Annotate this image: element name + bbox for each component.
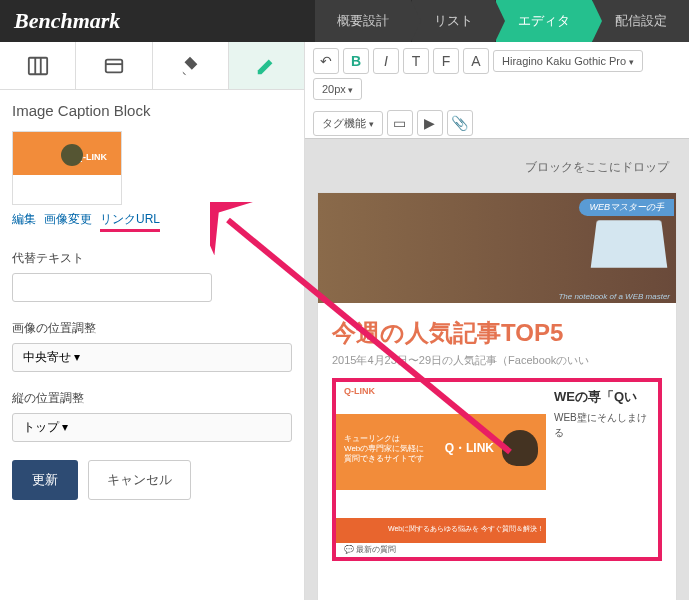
person-icon <box>502 430 538 466</box>
attach-button[interactable]: 📎 <box>447 110 473 136</box>
article-date: 2015年4月23日〜29日の人気記事（Facebookのいい <box>332 353 662 368</box>
style-icon <box>102 55 126 77</box>
tab-color[interactable] <box>153 42 229 89</box>
bold-button[interactable]: B <box>343 48 369 74</box>
article-title: 今週の人気記事TOP5 <box>332 317 662 349</box>
layout-icon <box>26 55 50 77</box>
valign-select[interactable]: トップ ▾ <box>12 413 292 442</box>
nav-step-overview[interactable]: 概要設計 <box>314 0 411 42</box>
book-icon <box>591 220 668 267</box>
undo-button[interactable]: ↶ <box>313 48 339 74</box>
svg-rect-0 <box>28 57 46 74</box>
nav-step-delivery[interactable]: 配信設定 <box>592 0 689 42</box>
font-select[interactable]: Hiragino Kaku Gothic Pro <box>493 50 643 72</box>
tab-layout[interactable] <box>0 42 76 89</box>
sidebar-tabs <box>0 42 304 90</box>
tag-feature-select[interactable]: タグ機能 <box>313 111 383 136</box>
image-links: 編集 画像変更 リンクURL <box>12 211 292 232</box>
image-caption-block[interactable]: Q-LINK キューリンクはWebの専門家に気軽に質問できるサイトです Q・LI… <box>332 378 662 561</box>
italic-button[interactable]: I <box>373 48 399 74</box>
block-image: Q-LINK キューリンクはWebの専門家に気軽に質問できるサイトです Q・LI… <box>336 382 546 557</box>
alt-text-label: 代替テキスト <box>12 250 292 267</box>
logo: Benchmark <box>0 8 134 34</box>
font-button[interactable]: F <box>433 48 459 74</box>
cancel-button[interactable]: キャンセル <box>88 460 191 500</box>
alt-text-input[interactable] <box>12 273 212 302</box>
align-select[interactable]: 中央寄せ ▾ <box>12 343 292 372</box>
paint-icon <box>178 55 202 77</box>
video-button[interactable]: ▶ <box>417 110 443 136</box>
text-button[interactable]: T <box>403 48 429 74</box>
align-label: 画像の位置調整 <box>12 320 292 337</box>
edit-panel: Image Caption Block 編集 画像変更 リンクURL 代替テキス… <box>0 90 304 600</box>
svg-rect-3 <box>106 59 123 72</box>
link-edit[interactable]: 編集 <box>12 211 36 232</box>
link-url[interactable]: リンクURL <box>100 211 160 232</box>
update-button[interactable]: 更新 <box>12 460 78 500</box>
nav-step-list[interactable]: リスト <box>411 0 495 42</box>
tab-style[interactable] <box>76 42 152 89</box>
size-select[interactable]: 20px <box>313 78 362 100</box>
editor-area: ↶ B I T F A Hiragino Kaku Gothic Pro 20p… <box>305 42 689 600</box>
valign-label: 縦の位置調整 <box>12 390 292 407</box>
pencil-icon <box>254 55 278 77</box>
canvas: ブロックをここにドロップ WEBマスターの手 The notebook of a… <box>305 139 689 600</box>
top-header: Benchmark 概要設計 リスト エディタ 配信設定 <box>0 0 689 42</box>
image-thumbnail[interactable] <box>12 131 122 205</box>
textsize-button[interactable]: A <box>463 48 489 74</box>
sidebar: Image Caption Block 編集 画像変更 リンクURL 代替テキス… <box>0 42 305 600</box>
panel-title: Image Caption Block <box>12 102 292 119</box>
image-button[interactable]: ▭ <box>387 110 413 136</box>
hero-caption: The notebook of a WEB master <box>558 292 670 301</box>
tab-edit[interactable] <box>229 42 304 89</box>
link-change[interactable]: 画像変更 <box>44 211 92 232</box>
hero-banner: WEBマスターの手 <box>579 199 674 216</box>
hero-image: WEBマスターの手 The notebook of a WEB master <box>318 193 676 303</box>
nav-steps: 概要設計 リスト エディタ 配信設定 <box>314 0 689 42</box>
editor-toolbar: ↶ B I T F A Hiragino Kaku Gothic Pro 20p… <box>305 42 689 139</box>
email-card[interactable]: WEBマスターの手 The notebook of a WEB master 今… <box>317 192 677 600</box>
block-caption: WEの専「Qい WEB壁にそんしまける <box>546 382 658 557</box>
nav-step-editor[interactable]: エディタ <box>495 0 592 42</box>
drop-hint: ブロックをここにドロップ <box>317 151 677 184</box>
